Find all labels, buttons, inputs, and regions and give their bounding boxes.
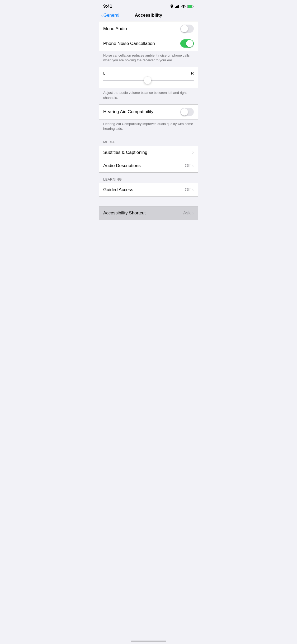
mono-audio-label: Mono Audio <box>103 26 127 31</box>
audio-descriptions-row[interactable]: Audio Descriptions Off › <box>99 159 198 172</box>
phone-noise-cancellation-row[interactable]: Phone Noise Cancellation <box>99 36 198 51</box>
audio-section-footer: Noise cancellation reduces ambient noise… <box>99 51 198 67</box>
status-icons <box>170 4 194 8</box>
guided-access-right: Off › <box>185 187 194 193</box>
svg-rect-2 <box>177 6 178 8</box>
audio-descriptions-value: Off <box>185 163 191 168</box>
accessibility-shortcut-chevron-icon: › <box>192 210 194 216</box>
accessibility-shortcut-section: Accessibility Shortcut Ask › <box>99 206 198 220</box>
slider-labels: L R <box>103 71 194 75</box>
page-title: Accessibility <box>135 13 162 18</box>
hearing-aid-compatibility-toggle[interactable] <box>180 108 194 116</box>
subtitles-captioning-row[interactable]: Subtitles & Captioning › <box>99 146 198 159</box>
slider-right-label: R <box>191 71 194 75</box>
learning-section: LEARNING Guided Access Off › <box>99 173 198 197</box>
guided-access-value: Off <box>185 187 191 192</box>
phone-noise-cancellation-toggle[interactable] <box>180 39 194 48</box>
accessibility-shortcut-value: Ask <box>183 210 191 216</box>
guided-access-chevron-icon: › <box>192 187 194 193</box>
mono-audio-toggle[interactable] <box>180 25 194 33</box>
status-bar: 9:41 <box>99 0 198 11</box>
status-time: 9:41 <box>103 4 112 9</box>
audio-section: Mono Audio Phone Noise Cancellation Nois… <box>99 21 198 67</box>
phone-noise-cancellation-toggle-thumb <box>186 40 193 47</box>
subtitles-captioning-label: Subtitles & Captioning <box>103 150 147 155</box>
hearing-aid-section-footer: Hearing Aid Compatibility improves audio… <box>99 119 198 135</box>
mono-audio-toggle-thumb <box>181 25 188 32</box>
bottom-spacer <box>99 220 198 241</box>
wifi-icon <box>181 5 186 8</box>
learning-section-header: LEARNING <box>99 173 198 183</box>
accessibility-shortcut-label: Accessibility Shortcut <box>103 210 146 216</box>
battery-icon <box>187 5 194 8</box>
hearing-aid-settings-group: Hearing Aid Compatibility <box>99 104 198 119</box>
hearing-aid-compatibility-label: Hearing Aid Compatibility <box>103 109 153 114</box>
back-label: General <box>103 13 119 18</box>
hearing-aid-section: Hearing Aid Compatibility Hearing Aid Co… <box>99 104 198 135</box>
hearing-aid-compatibility-row[interactable]: Hearing Aid Compatibility <box>99 105 198 119</box>
svg-rect-1 <box>176 6 177 8</box>
svg-rect-3 <box>178 5 179 8</box>
section-spacer <box>99 197 198 206</box>
guided-access-label: Guided Access <box>103 187 133 192</box>
svg-rect-5 <box>193 6 194 7</box>
guided-access-row[interactable]: Guided Access Off › <box>99 183 198 196</box>
subtitles-captioning-chevron-icon: › <box>192 150 194 155</box>
back-button[interactable]: ‹ General <box>101 13 119 18</box>
media-section-header: MEDIA <box>99 135 198 146</box>
svg-rect-0 <box>175 7 176 8</box>
subtitles-captioning-right: › <box>192 150 194 155</box>
signal-icon <box>175 5 180 8</box>
phone-noise-cancellation-label: Phone Noise Cancellation <box>103 41 155 46</box>
accessibility-shortcut-group: Accessibility Shortcut Ask › <box>99 206 198 220</box>
slider-left-label: L <box>103 71 105 75</box>
audio-settings-group: Mono Audio Phone Noise Cancellation <box>99 21 198 51</box>
balance-slider-section: L R <box>99 67 198 88</box>
slider-fill <box>103 80 148 81</box>
balance-section: L R Adjust the audio volume balance betw… <box>99 67 198 104</box>
audio-descriptions-label: Audio Descriptions <box>103 163 141 168</box>
accessibility-shortcut-row[interactable]: Accessibility Shortcut Ask › <box>99 206 198 220</box>
balance-slider[interactable] <box>103 77 194 83</box>
media-settings-group: Subtitles & Captioning › Audio Descripti… <box>99 146 198 173</box>
mono-audio-row[interactable]: Mono Audio <box>99 21 198 36</box>
learning-settings-group: Guided Access Off › <box>99 183 198 197</box>
audio-descriptions-chevron-icon: › <box>192 163 194 169</box>
media-section: MEDIA Subtitles & Captioning › Audio Des… <box>99 135 198 173</box>
nav-bar: ‹ General Accessibility <box>99 11 198 21</box>
slider-thumb[interactable] <box>144 77 151 84</box>
audio-descriptions-right: Off › <box>185 163 194 169</box>
balance-section-footer: Adjust the audio volume balance between … <box>99 88 198 104</box>
accessibility-shortcut-right: Ask › <box>183 210 194 216</box>
hearing-aid-compatibility-toggle-thumb <box>181 108 188 116</box>
back-chevron-icon: ‹ <box>101 13 103 18</box>
location-icon <box>170 4 173 8</box>
